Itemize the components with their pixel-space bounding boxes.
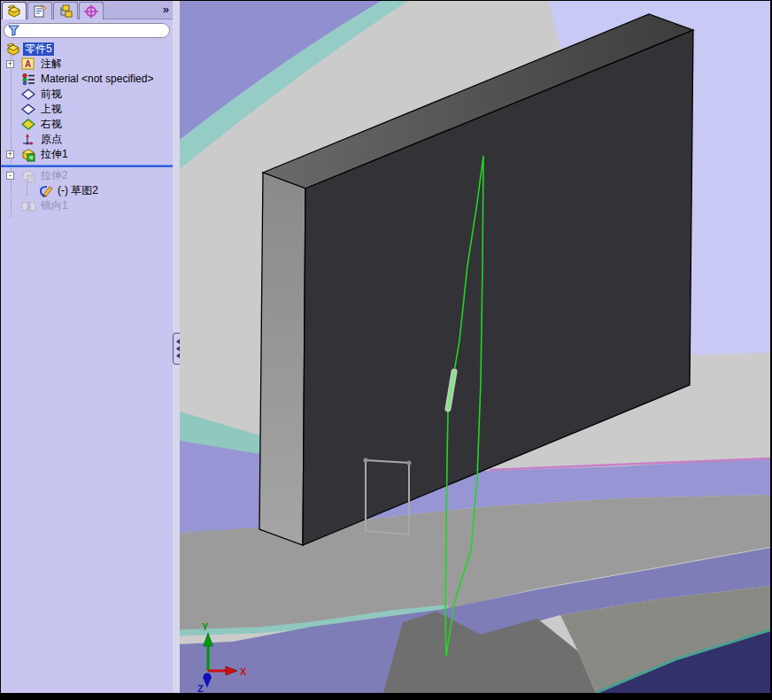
plane-icon	[21, 103, 35, 116]
sketch-vertex[interactable]	[363, 458, 367, 462]
tree-item-front-plane[interactable]: 前视	[1, 87, 173, 102]
origin-icon	[21, 133, 35, 146]
filter-funnel-icon	[8, 25, 19, 36]
svg-text:A: A	[25, 59, 31, 69]
tab-configurationmanager[interactable]	[53, 2, 78, 19]
sketch-vertex[interactable]	[406, 460, 411, 465]
mirror-gray-icon	[21, 199, 36, 213]
tree-item-extrude1[interactable]: + 拉伸1	[1, 147, 173, 162]
part-icon	[5, 42, 21, 57]
x-axis-label: X	[240, 666, 247, 677]
extrude-gray-icon	[21, 169, 36, 183]
z-axis-label: Z	[197, 683, 204, 693]
manager-tab-bar: »	[1, 1, 173, 19]
tree-item-material[interactable]: Material <not specified>	[1, 72, 173, 87]
plane-selected-icon	[21, 118, 35, 131]
tree-item-label: 镜向1	[39, 199, 70, 212]
tree-item-origin[interactable]: 原点	[1, 132, 173, 147]
tree-item-label: 原点	[39, 133, 64, 146]
tree-item-extrude2[interactable]: - 拉伸2	[1, 168, 173, 183]
feature-tree: 零件5 + A 注解	[1, 40, 173, 659]
rollback-bar[interactable]	[1, 165, 173, 167]
annotations-icon: A	[21, 58, 35, 71]
app-window: » 零件5 +	[0, 0, 772, 700]
tree-item-mirror1[interactable]: 镜向1	[1, 198, 173, 213]
property-page-icon	[32, 4, 48, 19]
window-bottom-edge	[0, 693, 772, 700]
configurations-icon	[58, 4, 73, 19]
sketch-icon	[38, 184, 54, 198]
tree-item-label: 右视	[39, 118, 64, 131]
tree-item-label: 拉伸1	[39, 148, 70, 161]
tab-featuremanager[interactable]	[2, 2, 27, 19]
more-tabs-button[interactable]: »	[163, 3, 169, 16]
tree-item-label: 上视	[39, 103, 64, 116]
graphics-viewport[interactable]: Y X Z	[180, 1, 770, 693]
y-axis-label: Y	[202, 621, 209, 632]
plane-icon	[21, 88, 35, 101]
tree-item-label: 前视	[39, 88, 64, 101]
tree-item-label: 拉伸2	[39, 169, 70, 182]
expand-plus-button[interactable]: +	[6, 60, 14, 68]
tree-item-label: 注解	[39, 58, 64, 71]
slab-left-face[interactable]	[259, 173, 305, 545]
tree-item-annotations[interactable]: + A 注解	[1, 57, 173, 72]
tree-item-label: (-) 草图2	[56, 184, 100, 197]
viewport-scene: Y X Z	[180, 1, 770, 693]
part-icon	[6, 4, 22, 19]
tree-item-label: Material <not specified>	[39, 73, 155, 86]
tree-item-sketch2[interactable]: (-) 草图2	[1, 183, 173, 198]
tab-propertymanager[interactable]	[27, 2, 52, 19]
filter-input[interactable]	[23, 26, 169, 36]
tree-item-label: 零件5	[23, 42, 54, 56]
extrude-icon	[21, 148, 36, 162]
tree-item-right-plane[interactable]: 右视	[1, 117, 173, 132]
expand-plus-button[interactable]: +	[6, 150, 14, 158]
material-icon	[21, 73, 35, 86]
expand-minus-button[interactable]: -	[6, 172, 14, 180]
dimxpert-target-icon	[83, 4, 99, 19]
tree-item-part[interactable]: 零件5	[1, 42, 173, 57]
tree-filter-box[interactable]	[4, 23, 170, 38]
tab-dimxpertmanager[interactable]	[79, 2, 104, 19]
feature-manager-panel: » 零件5 +	[1, 1, 173, 693]
tree-item-top-plane[interactable]: 上视	[1, 102, 173, 117]
